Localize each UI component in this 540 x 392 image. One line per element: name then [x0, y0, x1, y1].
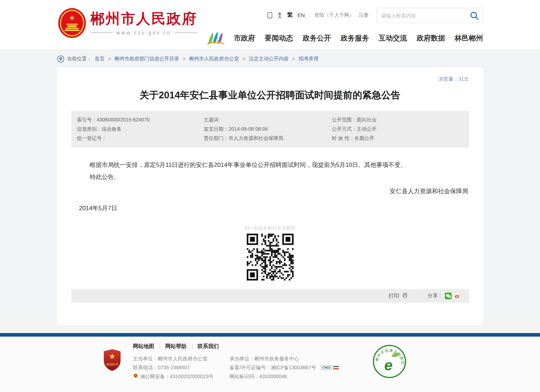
- article-card: 浏览量：31次 关于2014年安仁县事业单位公开招聘面试时间提前的紧急公告 索引…: [57, 67, 483, 325]
- meta-value: 主动公开: [357, 126, 377, 132]
- share-group: 分享：: [428, 293, 460, 299]
- article-paragraph: 根据市局统一安排，原定5月11日进行的安仁县2014年事业单位公开招聘面试时间，…: [78, 159, 463, 171]
- qr-section: 扫一扫在手机打开当前页: [57, 225, 483, 281]
- search-box: [377, 8, 483, 23]
- meta-label: 责任部门：: [204, 135, 229, 141]
- footer-accent-bar: [0, 333, 540, 337]
- divider: [310, 13, 310, 18]
- meta-keywords: 主题词：: [204, 115, 332, 124]
- meta-value: 综合政务: [102, 126, 122, 132]
- nav-item-linyi-chenzhou[interactable]: 林邑郴州: [455, 33, 483, 43]
- civilized-website-logo: 郴州市创建文明网站 e: [372, 344, 407, 379]
- public-security-badge-icon: [133, 372, 138, 381]
- meta-value: 2014-05-08 08:04: [229, 126, 268, 132]
- footer-icp-number[interactable]: 备案/许可证编号：湘ICP备13003667号: [230, 363, 316, 372]
- nav-item-gov-affairs[interactable]: 政务公开: [303, 33, 331, 43]
- search-input[interactable]: [377, 13, 466, 18]
- meta-public-method: 公开方式：主动公开: [332, 124, 469, 134]
- meta-scope: 公开范围：面向社会: [332, 115, 469, 124]
- breadcrumb-item-gov-office[interactable]: 郴州市人民政府办公室: [189, 56, 239, 62]
- location-pin-icon: [57, 55, 64, 62]
- nav-logo-icon: [206, 31, 226, 45]
- meta-value: 面向社会: [357, 117, 377, 123]
- party-gov-shield-icon: 党政机关: [103, 349, 122, 371]
- printer-icon: [402, 293, 408, 299]
- breadcrumb-separator: >: [242, 56, 245, 62]
- footer-link-contact[interactable]: 联系我们: [198, 343, 219, 350]
- breadcrumb-prefix: 当前位置：: [67, 56, 92, 62]
- breadcrumb-separator: >: [183, 56, 186, 62]
- traditional-chinese-toggle[interactable]: 繁: [287, 11, 293, 19]
- footer-links: 网站地图 网站帮助 联系我们: [133, 343, 219, 350]
- meta-category: 信息类别：综合政务: [77, 124, 204, 134]
- flag-icon: [333, 366, 339, 370]
- site-logo[interactable]: 郴州市人民政府 www.czs.gov.cn: [58, 8, 197, 38]
- login-link[interactable]: 登陆（千人千网）: [315, 12, 354, 18]
- meta-validity: 时 效 性：长期公开: [332, 134, 469, 143]
- main-nav: 市政府 要闻动态 政务公开 政务服务 互动交流 政府数据 林邑郴州: [206, 31, 483, 45]
- meta-label: 公开方式：: [332, 126, 357, 132]
- meta-index-no: 索引号：43060000/2015-624070: [77, 115, 204, 124]
- nav-item-municipal-gov[interactable]: 市政府: [234, 33, 255, 43]
- english-toggle[interactable]: EN: [298, 12, 305, 18]
- article-body: 根据市局统一安排，原定5月11日进行的安仁县2014年事业单位公开招聘面试时间，…: [78, 159, 463, 183]
- divider: [192, 344, 192, 349]
- main-section: 当前位置： 首页 > 郴州市政府部门信息公开目录 > 郴州市人民政府办公室 > …: [0, 50, 540, 333]
- cn22-label: CN22: [321, 365, 332, 370]
- nav-item-gov-services[interactable]: 政务服务: [341, 33, 369, 43]
- article-date: 2014年5月7日: [79, 202, 483, 214]
- breadcrumb-separator: >: [108, 56, 111, 62]
- footer-host-unit: 主办单位：郴州市人民政府办公室: [133, 354, 214, 363]
- share-label: 分享：: [428, 293, 443, 299]
- meta-label: 信息类别：: [77, 126, 102, 132]
- green-logo-e: e: [384, 357, 393, 374]
- divider: [91, 32, 113, 33]
- site-header: 郴州市人民政府 www.czs.gov.cn 繁 EN 登陆（千人千网） 注册: [0, 0, 540, 50]
- search-button[interactable]: [466, 8, 483, 23]
- site-footer: 党政机关 网站地图 网站帮助 联系我们 主办单位：郴州市人民政府办公室 联系电话…: [0, 337, 540, 392]
- cn22-badge: CN22: [321, 365, 339, 370]
- meta-value: 43060000/2015-624070: [97, 117, 150, 123]
- article-signature: 安仁县人力资源和社会保障局: [72, 185, 468, 197]
- footer-site-code: 网站标识码：4310000046: [230, 372, 339, 381]
- meta-label: 索引号：: [77, 117, 97, 123]
- weibo-share-icon[interactable]: [454, 293, 460, 299]
- nav-item-gov-data[interactable]: 政府数据: [417, 33, 445, 43]
- mobile-icon[interactable]: [267, 12, 272, 18]
- footer-host-info: 主办单位：郴州市人民政府办公室 联系电话：0735-2368507 湘公网安备：…: [133, 354, 214, 381]
- meta-value: 市人力资源和社会保障局: [229, 135, 283, 141]
- meta-label: 时 效 性：: [332, 135, 355, 141]
- site-url-row: www.czs.gov.cn: [91, 30, 197, 36]
- meta-publish-date: 发文日期：2014-05-08 08:04: [204, 124, 332, 134]
- meta-label: 公开范围：: [332, 117, 357, 123]
- shield-label: 党政机关: [106, 363, 119, 366]
- breadcrumb-item-home[interactable]: 首页: [95, 56, 105, 62]
- wechat-share-icon[interactable]: [445, 293, 452, 299]
- meta-label: 主题词：: [204, 117, 224, 123]
- meta-label: 发文日期：: [204, 126, 229, 132]
- site-url: www.czs.gov.cn: [116, 30, 171, 36]
- footer-security-filing[interactable]: 湘公网安备：43100202000023号: [140, 372, 214, 381]
- nav-item-news[interactable]: 要闻动态: [265, 33, 293, 43]
- register-link[interactable]: 注册: [359, 12, 369, 18]
- print-button[interactable]: 打印: [389, 293, 408, 299]
- print-label: 打印: [389, 293, 399, 299]
- qr-code: [247, 234, 294, 281]
- meta-label: 统一登记号：: [77, 135, 107, 141]
- nav-item-interaction[interactable]: 互动交流: [379, 33, 407, 43]
- divider: [160, 344, 160, 349]
- breadcrumb-item-public-content[interactable]: 法定主动公开内容: [249, 56, 289, 62]
- meta-registration-no: 统一登记号：: [77, 134, 204, 143]
- footer-organizer-unit: 承办单位：郴州市政务服务中心: [230, 354, 339, 363]
- footer-link-help[interactable]: 网站帮助: [165, 343, 187, 350]
- footer-link-sitemap[interactable]: 网站地图: [133, 343, 154, 350]
- footer-organizer-info: 承办单位：郴州市政务服务中心 备案/许可证编号：湘ICP备13003667号 C…: [230, 354, 339, 381]
- breadcrumb-item-info-directory[interactable]: 郴州市政府部门信息公开目录: [115, 56, 179, 62]
- search-icon: [469, 11, 479, 21]
- accessibility-icon[interactable]: [277, 12, 283, 18]
- national-emblem-icon: [58, 8, 86, 38]
- breadcrumb: 当前位置： 首页 > 郴州市政府部门信息公开目录 > 郴州市人民政府办公室 > …: [57, 50, 483, 67]
- footer-phone: 联系电话：0735-2368507: [133, 363, 214, 372]
- article-meta: 索引号：43060000/2015-624070 主题词： 公开范围：面向社会 …: [71, 111, 469, 148]
- article-title: 关于2014年安仁县事业单位公开招聘面试时间提前的紧急公告: [57, 89, 483, 102]
